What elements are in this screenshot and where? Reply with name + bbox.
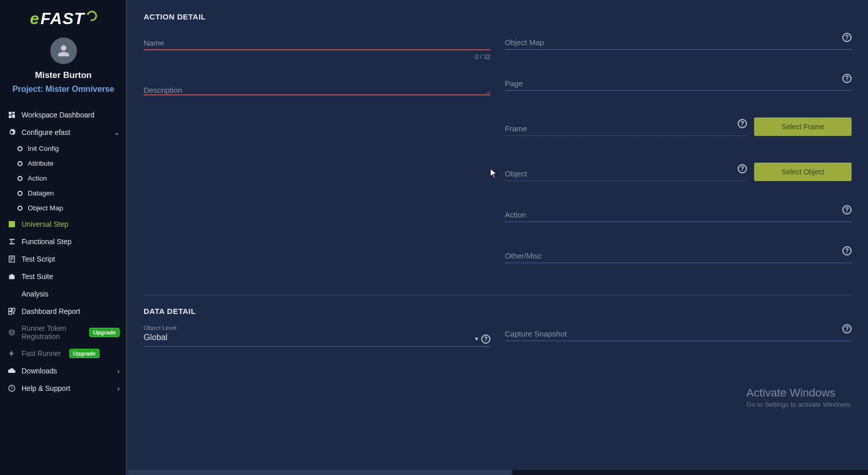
bullet-icon xyxy=(17,176,23,181)
nav-action[interactable]: Action xyxy=(10,171,127,186)
sigma-icon xyxy=(7,237,16,246)
project-line[interactable]: Project: Mister Omniverse xyxy=(12,85,114,94)
help-action[interactable]: ? xyxy=(842,205,852,214)
person-icon xyxy=(57,44,70,57)
bullet-icon xyxy=(17,161,23,166)
fingerprint-icon xyxy=(7,328,16,337)
help-page[interactable]: ? xyxy=(842,73,852,83)
help-capture[interactable]: ? xyxy=(842,324,852,333)
help-icon: ? xyxy=(842,246,852,255)
nav-dashboard-report[interactable]: Dashboard Report xyxy=(0,303,127,320)
nav-attribute[interactable]: Attribute xyxy=(10,156,127,171)
nav-configure-children: Init Config Attribute Action Datagen Obj… xyxy=(0,141,127,215)
upgrade-badge[interactable]: Upgrade xyxy=(69,349,100,358)
button-select-object[interactable]: Select Object xyxy=(754,163,852,181)
col-left-2: Object Level Global ▼ ? xyxy=(144,325,490,347)
field-capture-snapshot: Capture Snapshot ? xyxy=(505,327,852,341)
help-other[interactable]: ? xyxy=(842,246,852,255)
help-object[interactable]: ? xyxy=(738,164,747,173)
username: Mister Burton xyxy=(35,70,92,81)
dashboard-icon xyxy=(7,110,16,120)
bullet-icon xyxy=(17,206,23,211)
nav: Workspace Dashboard Configure efast ⌄ In… xyxy=(0,103,127,475)
nav-test-script[interactable]: Test Script xyxy=(0,250,127,268)
mini-label-object-level: Object Level xyxy=(144,325,490,331)
help-icon: ? xyxy=(842,74,852,83)
chevron-right-icon: › xyxy=(117,367,120,375)
help-icon: ? xyxy=(7,384,16,393)
col-right-2: Capture Snapshot ? xyxy=(505,325,852,347)
input-capture[interactable] xyxy=(505,327,852,341)
input-frame[interactable] xyxy=(505,122,747,136)
help-icon: ? xyxy=(842,324,852,333)
bullet-icon xyxy=(17,191,23,196)
brand-logo: eFAST xyxy=(0,0,127,32)
help-frame[interactable]: ? xyxy=(738,118,747,128)
field-frame: Frame ? Select Frame xyxy=(505,117,852,136)
main-content: ACTION DETAIL Name 0 / 32 Description xyxy=(127,0,868,475)
textarea-description[interactable] xyxy=(144,79,490,95)
gear-icon xyxy=(7,128,16,137)
nav-fast-runner[interactable]: Fast Runner Upgrade xyxy=(0,345,127,362)
input-action[interactable] xyxy=(505,208,852,222)
nav-test-suite[interactable]: Test Suite xyxy=(0,268,127,285)
bolt-icon xyxy=(7,349,16,358)
nav-object-map[interactable]: Object Map xyxy=(10,201,127,215)
chart-icon xyxy=(7,289,16,299)
chevron-right-icon: › xyxy=(117,385,120,392)
input-name[interactable] xyxy=(144,35,490,50)
scroll-thumb[interactable] xyxy=(127,470,512,475)
nav-runner-token[interactable]: Runner Token Registration Upgrade xyxy=(0,320,127,345)
svg-point-0 xyxy=(9,330,15,335)
script-icon xyxy=(7,254,16,264)
report-icon xyxy=(7,307,16,316)
nav-functional-step[interactable]: Functional Step xyxy=(0,233,127,250)
help-icon: ? xyxy=(738,164,747,173)
brand-swoosh-icon xyxy=(85,9,98,23)
button-select-frame[interactable]: Select Frame xyxy=(754,117,852,136)
input-object[interactable] xyxy=(505,167,747,181)
bullet-icon xyxy=(17,146,23,151)
section-divider xyxy=(144,295,852,295)
field-description: Description xyxy=(144,79,490,97)
nav-downloads[interactable]: Downloads › xyxy=(0,362,127,380)
col-right: Object Map ? Page ? Frame ? xyxy=(505,35,852,290)
input-page[interactable] xyxy=(505,76,852,91)
help-object-level[interactable]: ? xyxy=(481,334,490,344)
help-icon: ? xyxy=(481,334,490,344)
help-object-map[interactable]: ? xyxy=(842,32,852,42)
input-other[interactable] xyxy=(505,249,852,263)
chevron-down-icon: ⌄ xyxy=(114,129,120,136)
section-action-detail: ACTION DETAIL xyxy=(144,12,852,21)
help-icon: ? xyxy=(738,119,747,128)
field-object-map: Object Map ? xyxy=(505,35,852,50)
input-object-map[interactable] xyxy=(505,35,852,50)
sidebar-divider xyxy=(126,0,127,475)
profile-block: Mister Burton Project: Mister Omniverse xyxy=(0,32,127,103)
sidebar: eFAST Mister Burton Project: Mister Omni… xyxy=(0,0,127,475)
nav-init-config[interactable]: Init Config xyxy=(10,141,127,156)
upgrade-badge[interactable]: Upgrade xyxy=(89,328,120,337)
svg-point-1 xyxy=(10,331,13,333)
briefcase-icon xyxy=(7,272,16,281)
counter-name: 0 / 32 xyxy=(475,53,490,61)
help-icon: ? xyxy=(842,205,852,214)
field-object: Object ? Select Object xyxy=(505,163,852,181)
nav-workspace-dashboard[interactable]: Workspace Dashboard xyxy=(0,106,127,124)
col-left: Name 0 / 32 Description xyxy=(144,35,490,290)
avatar[interactable] xyxy=(50,37,77,64)
field-object-level[interactable]: Object Level Global ▼ ? xyxy=(144,325,490,347)
section-data-detail: DATA DETAIL xyxy=(144,307,852,315)
nav-analysis[interactable]: Analysis xyxy=(0,285,127,303)
nav-datagen[interactable]: Datagen xyxy=(10,186,127,201)
cloud-download-icon xyxy=(7,366,16,375)
nav-help-support[interactable]: ? Help & Support › xyxy=(0,380,127,397)
field-action: Action ? xyxy=(505,208,852,222)
field-page: Page ? xyxy=(505,76,852,91)
step-icon xyxy=(7,220,16,229)
field-other-misc: Other/Misc ? xyxy=(505,249,852,263)
nav-configure-efast[interactable]: Configure efast ⌄ xyxy=(0,124,127,141)
select-object-level-value: Global xyxy=(144,332,490,347)
horizontal-scrollbar[interactable] xyxy=(127,470,868,475)
nav-universal-step[interactable]: Universal Step xyxy=(0,215,127,233)
